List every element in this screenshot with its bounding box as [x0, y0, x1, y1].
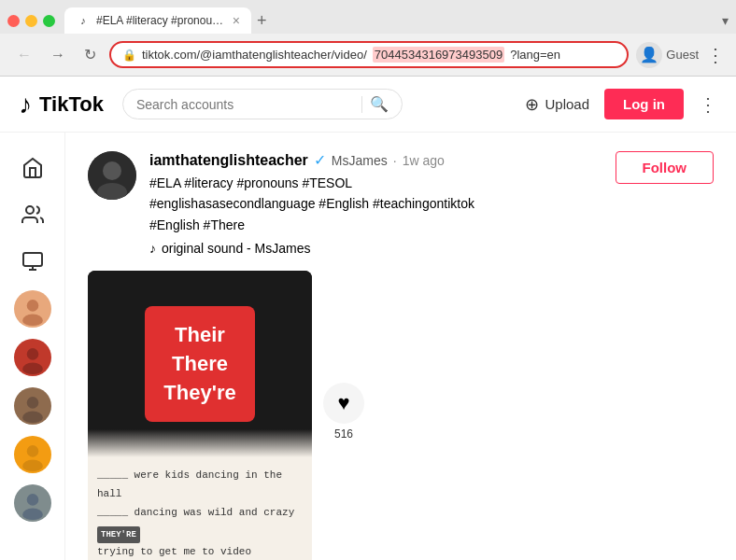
post-username-line: iamthatenglishteacher ✓ MsJames · 1w ago — [149, 151, 602, 169]
tab-close-button[interactable]: × — [233, 13, 240, 28]
maximize-button[interactable] — [43, 15, 55, 27]
upload-button[interactable]: ⊕ Upload — [525, 94, 589, 115]
forward-button[interactable]: → — [45, 43, 71, 67]
writing-line-3: trying to get me to video — [97, 543, 303, 560]
sidebar-item-home[interactable] — [12, 147, 53, 189]
svg-point-6 — [26, 348, 38, 360]
post-time: · — [393, 153, 397, 168]
tab-actions-button[interactable]: ▾ — [722, 13, 729, 28]
video-bottom-section: _____ were kids dancing in the hall ____… — [88, 457, 312, 560]
search-divider — [361, 96, 362, 113]
writing-badge: THEY'RE — [97, 526, 140, 543]
video-writing-text: _____ were kids dancing in the hall ____… — [97, 467, 303, 560]
sound-text: original sound - MsJames — [162, 241, 311, 256]
svg-point-18 — [103, 161, 121, 180]
nav-bar: ← → ↻ 🔒 tiktok.com/@iamthatenglishteache… — [0, 34, 736, 76]
post-header: iamthatenglishteacher ✓ MsJames · 1w ago… — [88, 151, 714, 256]
video-top-section: Their There They're — [88, 271, 312, 457]
svg-point-7 — [22, 362, 43, 375]
video-text-line3: They're — [163, 379, 235, 408]
video-container: Their There They're _____ were kids danc… — [88, 271, 714, 560]
address-suffix: ?lang=en — [510, 48, 560, 62]
close-button[interactable] — [7, 15, 20, 27]
login-button[interactable]: Log in — [604, 89, 684, 119]
like-count: 516 — [334, 427, 353, 441]
sidebar — [0, 133, 65, 560]
sidebar-avatar-2[interactable] — [14, 339, 51, 376]
video-text-line2: There — [163, 350, 235, 379]
guest-label: Guest — [666, 48, 699, 62]
reload-button[interactable]: ↻ — [78, 42, 102, 67]
sidebar-avatar-3[interactable] — [14, 387, 51, 425]
video-text-line1: Their — [163, 321, 235, 350]
header-actions: ⊕ Upload Log in ⋮ — [525, 89, 717, 119]
tab-favicon: ♪ — [76, 13, 91, 28]
music-icon: ♪ — [149, 241, 156, 256]
post-description: #ELA #literacy #pronouns #TESOL #english… — [149, 173, 602, 235]
svg-point-9 — [26, 397, 38, 409]
svg-point-4 — [22, 314, 43, 327]
address-highlighted: 7044534316973493509 — [373, 47, 504, 63]
sidebar-avatar-4[interactable] — [14, 436, 51, 473]
post-display-name: MsJames — [332, 153, 388, 168]
svg-point-0 — [26, 206, 34, 214]
header-more-button[interactable]: ⋮ — [699, 93, 717, 116]
verified-icon: ✓ — [314, 151, 326, 169]
guest-profile[interactable]: 👤 Guest — [636, 42, 699, 68]
tiktok-header: ♪ TikTok 🔍 ⊕ Upload Log in ⋮ — [0, 77, 736, 133]
tiktok-logo[interactable]: ♪ TikTok — [19, 90, 104, 119]
hashtag-there[interactable]: #English #There — [149, 217, 245, 232]
tiktok-logo-text: TikTok — [39, 92, 104, 117]
writing-line-2: _____ dancing was wild and crazy — [97, 504, 303, 523]
tab-title: #ELA #literacy #pronouns #TE... — [96, 14, 227, 27]
back-button[interactable]: ← — [11, 43, 37, 67]
post-sound[interactable]: ♪ original sound - MsJames — [149, 241, 602, 256]
svg-point-10 — [22, 411, 43, 424]
main-content: iamthatenglishteacher ✓ MsJames · 1w ago… — [65, 133, 736, 560]
post-info: iamthatenglishteacher ✓ MsJames · 1w ago… — [149, 151, 602, 256]
traffic-lights — [7, 15, 55, 27]
new-tab-button[interactable]: + — [257, 12, 267, 29]
address-prefix: tiktok.com/@iamthatenglishteacher/video/ — [142, 48, 367, 62]
svg-point-13 — [22, 459, 43, 472]
post-time-ago: 1w ago — [403, 153, 445, 168]
svg-point-12 — [26, 445, 38, 457]
guest-icon: 👤 — [636, 42, 662, 68]
svg-point-16 — [22, 508, 43, 521]
post-username[interactable]: iamthatenglishteacher — [149, 152, 308, 169]
sidebar-item-friends[interactable] — [12, 194, 53, 235]
address-bar[interactable]: 🔒 tiktok.com/@iamthatenglishteacher/vide… — [109, 41, 629, 68]
tiktok-logo-icon: ♪ — [19, 90, 32, 119]
sidebar-avatar-5[interactable] — [14, 484, 51, 522]
sidebar-item-video[interactable] — [12, 241, 53, 282]
tiktok-app: ♪ TikTok 🔍 ⊕ Upload Log in ⋮ — [0, 77, 736, 560]
video-overlay-card: Their There They're — [145, 306, 254, 422]
search-container[interactable]: 🔍 — [122, 89, 403, 119]
video-actions: ♥ 516 — [323, 271, 364, 441]
writing-line-1: _____ were kids dancing in the hall — [97, 467, 303, 504]
post-avatar[interactable] — [88, 151, 136, 200]
sidebar-avatar-1[interactable] — [14, 290, 51, 328]
search-icon[interactable]: 🔍 — [370, 95, 389, 113]
app-body: iamthatenglishteacher ✓ MsJames · 1w ago… — [0, 133, 736, 560]
tab-bar: ♪ #ELA #literacy #pronouns #TE... × + ▾ — [0, 0, 736, 34]
search-input[interactable] — [136, 97, 354, 112]
upload-icon: ⊕ — [525, 94, 539, 115]
svg-point-3 — [26, 300, 38, 312]
browser-menu-button[interactable]: ⋮ — [706, 44, 725, 66]
follow-button[interactable]: Follow — [616, 151, 715, 184]
svg-rect-1 — [23, 253, 42, 266]
minimize-button[interactable] — [25, 15, 37, 27]
active-tab[interactable]: ♪ #ELA #literacy #pronouns #TE... × — [64, 7, 251, 34]
upload-label: Upload — [545, 96, 589, 112]
hashtag-english[interactable]: #englishasasecondlanguage #English #teac… — [149, 196, 474, 211]
video-player[interactable]: Their There They're _____ were kids danc… — [88, 271, 312, 560]
hashtag-ela[interactable]: #ELA #literacy #pronouns #TESOL — [149, 175, 352, 190]
browser-chrome: ♪ #ELA #literacy #pronouns #TE... × + ▾ … — [0, 0, 736, 77]
svg-point-15 — [26, 494, 38, 506]
lock-icon: 🔒 — [122, 49, 136, 62]
like-button[interactable]: ♥ — [323, 383, 364, 424]
heart-icon: ♥ — [337, 391, 349, 415]
